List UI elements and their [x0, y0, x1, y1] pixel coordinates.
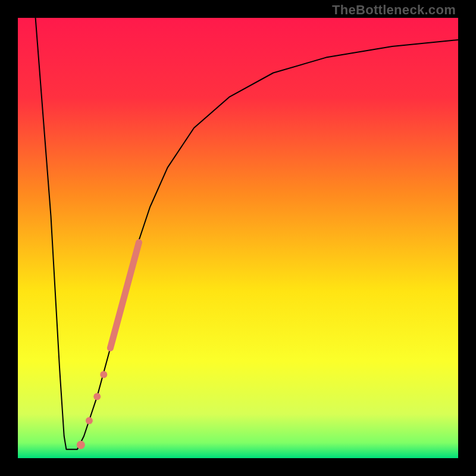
watermark-text: TheBottleneck.com — [332, 2, 456, 18]
highlight-dot — [77, 441, 85, 449]
chart-plot-area — [18, 18, 458, 458]
chart-frame: TheBottleneck.com — [0, 0, 476, 476]
highlight-dot — [86, 417, 93, 424]
highlight-dot — [100, 371, 107, 378]
gradient-background — [18, 18, 458, 458]
highlight-dot — [93, 393, 101, 400]
chart-svg — [18, 18, 458, 458]
